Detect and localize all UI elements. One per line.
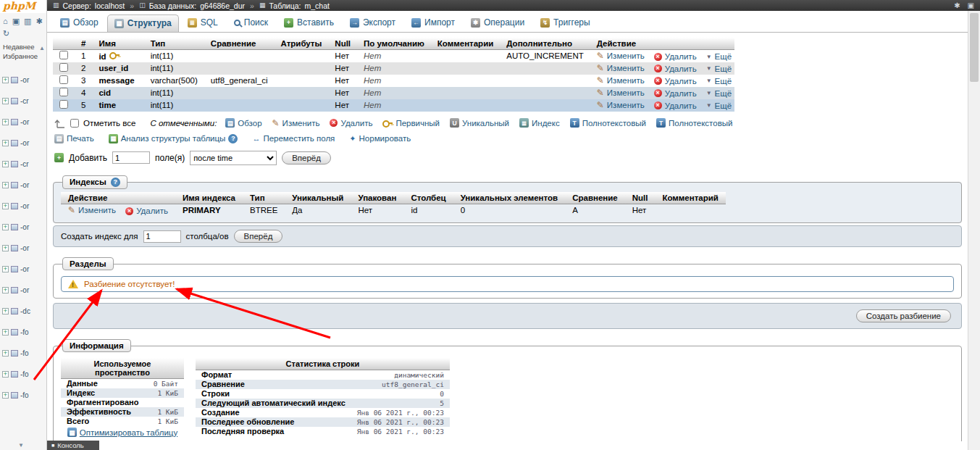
add-field-go-button[interactable]: Вперёд xyxy=(282,151,331,164)
console-bar[interactable]: ■ Консоль xyxy=(47,441,99,450)
add-field-count-input[interactable] xyxy=(112,151,150,164)
home-icon[interactable]: ⌂ xyxy=(3,17,8,26)
more-link[interactable]: ▼Ещё xyxy=(706,89,732,98)
more-link[interactable]: ▼Ещё xyxy=(706,64,732,73)
selected-action-fulltext-2[interactable]: TПолнотекстовый xyxy=(656,118,732,128)
change-link[interactable]: ✎Изменить xyxy=(597,64,645,72)
row-checkbox[interactable] xyxy=(59,51,68,59)
row-checkbox[interactable] xyxy=(59,75,68,84)
tab-import[interactable]: ←Импорт xyxy=(404,14,462,32)
selected-action-browse[interactable]: ▤Обзор xyxy=(225,118,261,128)
phpmyadmin-logo[interactable]: phpM xyxy=(0,0,46,13)
expand-icon[interactable]: + xyxy=(2,245,9,251)
print-link[interactable]: ▤ Печать xyxy=(54,134,94,143)
tree-item[interactable]: +-dc xyxy=(2,301,40,322)
sort-name-header[interactable]: Имя xyxy=(92,38,143,50)
tab-export[interactable]: →Экспорт xyxy=(343,14,403,32)
row-checkbox[interactable] xyxy=(59,88,68,96)
tree-item[interactable]: +-fo xyxy=(2,343,40,364)
selected-action-index[interactable]: ≣Индекс xyxy=(519,118,560,128)
expand-icon[interactable]: + xyxy=(2,224,9,230)
selected-action-primary[interactable]: Первичный xyxy=(382,118,440,128)
expand-icon[interactable]: + xyxy=(2,182,9,188)
expand-icon[interactable]: + xyxy=(2,119,9,125)
breadcrumb-table-link[interactable]: m_chat xyxy=(304,1,329,10)
tab-sql[interactable]: ≣SQL xyxy=(180,14,225,32)
selected-action-change[interactable]: ✎Изменить xyxy=(272,118,320,128)
change-link[interactable]: ✎Изменить xyxy=(597,76,645,85)
change-link[interactable]: ✎Изменить xyxy=(597,88,645,97)
change-link[interactable]: ✎Изменить xyxy=(597,101,645,109)
breadcrumb-database-link[interactable]: g64686e_dur xyxy=(200,1,245,10)
create-index-go-button[interactable]: Вперёд xyxy=(234,230,283,243)
settings-icon[interactable]: ✱ xyxy=(35,17,42,26)
help-icon[interactable]: ? xyxy=(228,134,238,143)
normalize-link[interactable]: ✦ Нормировать xyxy=(349,134,411,143)
tree-item[interactable]: +-or xyxy=(2,70,40,91)
row-checkbox[interactable] xyxy=(59,63,68,72)
expand-icon[interactable]: + xyxy=(2,77,9,83)
add-field-position-select[interactable]: после time xyxy=(190,151,277,165)
tree-item[interactable]: +-or xyxy=(2,112,40,133)
create-index-count-input[interactable] xyxy=(143,230,181,243)
drop-link[interactable]: ×Удалить xyxy=(654,64,697,73)
tree-item[interactable]: +-fo xyxy=(2,322,40,343)
change-link[interactable]: ✎Изменить xyxy=(597,51,645,60)
tree-item[interactable]: +-or xyxy=(2,175,40,196)
vertical-scrollbar[interactable] xyxy=(968,11,980,450)
scrollbar-thumb[interactable] xyxy=(970,13,979,82)
drop-link[interactable]: ×Удалить xyxy=(654,77,697,86)
tree-scroll-up-icon[interactable]: ▲ xyxy=(39,45,45,51)
tree-scroll-down-icon[interactable]: ▼ xyxy=(0,442,42,449)
tree-item[interactable]: +-or xyxy=(2,238,40,259)
tab-insert[interactable]: +Вставить xyxy=(277,14,341,32)
expand-icon[interactable]: + xyxy=(2,266,9,272)
move-columns-link[interactable]: ↔ Переместить поля xyxy=(252,134,335,143)
tab-structure[interactable]: ▦Структура xyxy=(107,14,179,32)
tree-item[interactable]: +-cr xyxy=(2,91,40,112)
expand-icon[interactable]: + xyxy=(2,329,9,336)
expand-icon[interactable]: + xyxy=(2,161,9,167)
sort-type-header[interactable]: Тип xyxy=(144,38,204,50)
check-all-label[interactable]: Отметить все xyxy=(83,119,135,128)
drop-index-link[interactable]: × Удалить xyxy=(125,207,168,215)
more-link[interactable]: ▼Ещё xyxy=(706,77,732,86)
expand-icon[interactable]: + xyxy=(2,98,9,104)
expand-icon[interactable]: + xyxy=(2,371,9,378)
drop-link[interactable]: ×Удалить xyxy=(654,89,697,98)
tree-item[interactable]: +-fo xyxy=(2,364,40,385)
more-link[interactable]: ▼Ещё xyxy=(706,101,732,110)
tree-item[interactable]: +-fo xyxy=(2,385,40,406)
check-all-checkbox[interactable] xyxy=(70,119,79,128)
drop-link[interactable]: ×Удалить xyxy=(654,52,697,61)
breadcrumb-server-link[interactable]: localhost xyxy=(95,1,125,10)
drop-link[interactable]: ×Удалить xyxy=(654,101,697,110)
docs-icon[interactable]: ▣ xyxy=(12,17,20,26)
expand-icon[interactable]: + xyxy=(2,287,9,293)
sql-book-icon[interactable]: ▥ xyxy=(24,17,31,26)
tree-item[interactable]: +-cr xyxy=(2,154,40,175)
tree-item[interactable]: +-or xyxy=(2,133,40,154)
selected-action-unique[interactable]: UУникальный xyxy=(450,118,509,128)
analyze-structure-link[interactable]: ▦ Анализ структуры таблицы ? xyxy=(109,134,238,143)
tree-item[interactable]: +-or xyxy=(2,280,40,301)
favorite-tables-select[interactable]: Избранное xyxy=(0,51,46,61)
tree-item[interactable]: +-or xyxy=(2,196,40,217)
optimize-table-link[interactable]: ▦ Оптимизировать таблицу xyxy=(67,428,177,437)
tab-browse[interactable]: ▤Обзор xyxy=(53,14,106,32)
expand-icon[interactable]: + xyxy=(2,392,9,399)
expand-icon[interactable]: + xyxy=(2,203,9,209)
refresh-icon[interactable]: ↻ xyxy=(3,29,9,38)
help-icon[interactable]: ? xyxy=(111,178,120,187)
more-link[interactable]: ▼Ещё xyxy=(706,52,732,61)
preferences-gear-icon[interactable]: ✱ xyxy=(954,1,960,9)
selected-action-fulltext[interactable]: TПолнотекстовый xyxy=(570,118,646,128)
expand-icon[interactable]: + xyxy=(2,140,9,146)
fullscreen-icon[interactable]: ▣ xyxy=(968,1,974,9)
tree-item[interactable]: +-or xyxy=(2,217,40,238)
tab-operations[interactable]: ✱Операции xyxy=(464,14,532,32)
edit-index-link[interactable]: ✎ Изменить xyxy=(68,206,116,214)
expand-icon[interactable]: + xyxy=(2,308,9,314)
expand-icon[interactable]: + xyxy=(2,350,9,357)
selected-action-drop[interactable]: ×Удалить xyxy=(330,118,372,128)
